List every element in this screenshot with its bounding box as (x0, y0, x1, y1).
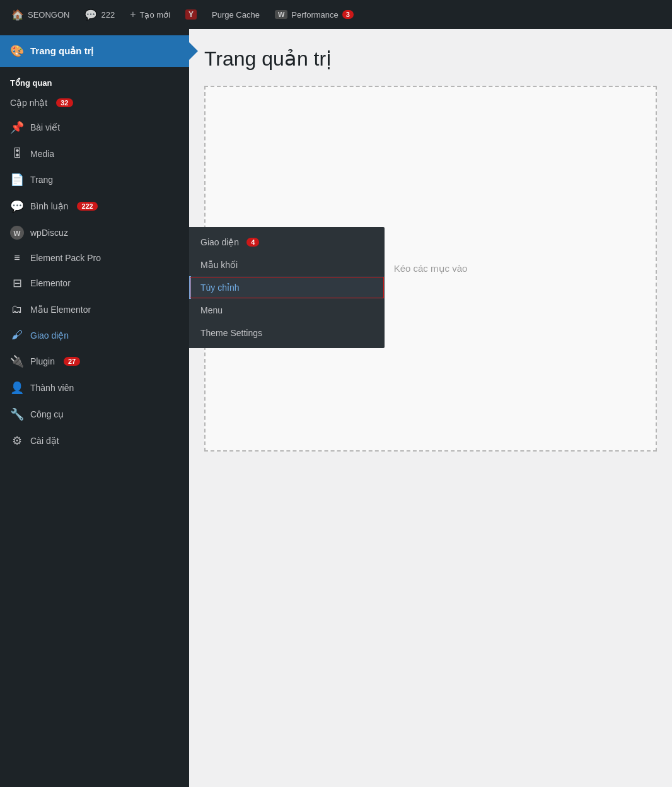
binh-luan-badge: 222 (77, 202, 97, 211)
updates-label: Cập nhật (10, 98, 47, 108)
sidebar-label-plugin: Plugin (30, 356, 55, 366)
adminbar-yoast[interactable]: Y (179, 0, 203, 29)
submenu-giao-dien-badge: 4 (246, 238, 259, 247)
yoast-icon: Y (185, 9, 197, 20)
media-icon: 🎛 (10, 147, 24, 160)
submenu-label-tuy-chinh: Tùy chỉnh (200, 283, 240, 293)
adminbar-create-new[interactable]: + Tạo mới (124, 0, 177, 29)
sidebar-item-media[interactable]: 🎛 Media (0, 141, 189, 166)
submenu-item-mau-khoi[interactable]: Mẫu khối (189, 254, 385, 276)
elementor-icon: ⊟ (10, 276, 24, 290)
sidebar-label-element-pack: Element Pack Pro (30, 253, 101, 263)
pages-icon: 📄 (10, 173, 24, 187)
comments-icon: 💬 (10, 199, 24, 213)
sidebar-item-wpdiscuz[interactable]: w wpDiscuz (0, 219, 189, 246)
tools-icon: 🔧 (10, 407, 24, 421)
sidebar-item-element-pack[interactable]: ≡ Element Pack Pro (0, 246, 189, 270)
posts-icon: 📌 (10, 120, 24, 134)
adminbar-comments-count: 222 (101, 10, 115, 20)
sidebar-header[interactable]: 🎨 Trang quản trị (0, 35, 189, 67)
sidebar-label-thanh-vien: Thành viên (30, 383, 74, 393)
adminbar-create-label: Tạo mới (140, 10, 171, 20)
sidebar-item-mau-elementor[interactable]: 🗂 Mẫu Elementor (0, 296, 189, 322)
sidebar-item-thanh-vien[interactable]: 👤 Thành viên (0, 375, 189, 401)
drag-hint-text: Kéo các mục vào (394, 263, 468, 274)
submenu-label-giao-dien: Giao diện (200, 237, 239, 247)
dashboard-icon: 🎨 (10, 44, 24, 58)
submenu-giao-dien: Giao diện 4 Mẫu khối Tùy chỉnh Menu Them… (189, 227, 385, 348)
submenu-label-theme-settings: Theme Settings (200, 328, 262, 338)
adminbar-purge-cache[interactable]: Purge Cache (206, 0, 266, 29)
plugin-badge: 27 (64, 357, 80, 366)
submenu-label-mau-khoi: Mẫu khối (200, 260, 238, 270)
layout: 🎨 Trang quản trị Tổng quan Cập nhật 32 📌… (0, 29, 672, 787)
home-icon: 🏠 (11, 9, 24, 21)
submenu-item-theme-settings[interactable]: Theme Settings (189, 322, 385, 344)
sidebar-item-cai-dat[interactable]: ⚙ Cài đặt (0, 428, 189, 454)
sidebar-header-label: Trang quản trị (30, 45, 94, 57)
sidebar-item-plugin[interactable]: 🔌 Plugin 27 (0, 348, 189, 375)
sidebar-label-bai-viet: Bài viết (30, 122, 60, 132)
plugins-icon: 🔌 (10, 354, 24, 368)
sidebar-label-elementor: Elementor (30, 278, 71, 288)
submenu-item-giao-dien[interactable]: Giao diện 4 (189, 231, 385, 254)
performance-badge: 3 (342, 10, 354, 19)
submenu-item-tuy-chinh[interactable]: Tùy chỉnh (189, 276, 385, 299)
updates-badge: 32 (56, 98, 72, 107)
wpdiscuz-icon: w (10, 226, 24, 240)
submenu-label-menu: Menu (200, 305, 223, 315)
sidebar-label-cai-dat: Cài đặt (30, 436, 59, 446)
adminbar-site[interactable]: 🏠 SEONGON (5, 0, 76, 29)
sidebar-label-media: Media (30, 149, 54, 159)
mau-elementor-icon: 🗂 (10, 303, 24, 316)
sidebar-label-giao-dien: Giao diện (30, 330, 69, 341)
main-content: Trang quản trị Kéo các mục vào (189, 29, 672, 787)
adminbar-performance[interactable]: W Performance 3 (269, 0, 360, 29)
adminbar-site-name: SEONGON (28, 10, 69, 20)
performance-icon: W (275, 10, 287, 19)
themes-icon: 🖌 (10, 329, 24, 342)
sidebar-item-binh-luan[interactable]: 💬 Bình luận 222 (0, 193, 189, 219)
settings-icon: ⚙ (10, 434, 24, 448)
sidebar-item-elementor[interactable]: ⊟ Elementor (0, 270, 189, 296)
sidebar-item-updates[interactable]: Cập nhật 32 (0, 91, 189, 114)
adminbar-performance-label: Performance (291, 10, 338, 20)
users-icon: 👤 (10, 381, 24, 395)
admin-bar: 🏠 SEONGON 💬 222 + Tạo mới Y Purge Cache … (0, 0, 672, 29)
adminbar-comments[interactable]: 💬 222 (78, 0, 121, 29)
sidebar-section-label: Tổng quan (0, 67, 189, 91)
sidebar-label-cong-cu: Công cụ (30, 409, 64, 419)
page-title: Trang quản trị (204, 47, 657, 71)
sidebar-label-wpdiscuz: wpDiscuz (30, 228, 68, 238)
sidebar-label-trang: Trang (30, 175, 53, 185)
submenu-item-menu[interactable]: Menu (189, 299, 385, 322)
sidebar-label-binh-luan: Bình luận (30, 201, 68, 211)
sidebar-item-trang[interactable]: 📄 Trang (0, 166, 189, 193)
sidebar-item-cong-cu[interactable]: 🔧 Công cụ (0, 401, 189, 428)
sidebar: 🎨 Trang quản trị Tổng quan Cập nhật 32 📌… (0, 29, 189, 787)
adminbar-purge-label: Purge Cache (212, 10, 260, 20)
sidebar-label-mau-elementor: Mẫu Elementor (30, 305, 91, 315)
plus-icon: + (130, 9, 136, 20)
element-pack-icon: ≡ (10, 252, 24, 264)
sidebar-item-bai-viet[interactable]: 📌 Bài viết (0, 114, 189, 141)
comment-icon: 💬 (84, 9, 97, 21)
sidebar-item-giao-dien[interactable]: 🖌 Giao diện Giao diện 4 Mẫu khối Tùy chỉ… (0, 322, 189, 348)
